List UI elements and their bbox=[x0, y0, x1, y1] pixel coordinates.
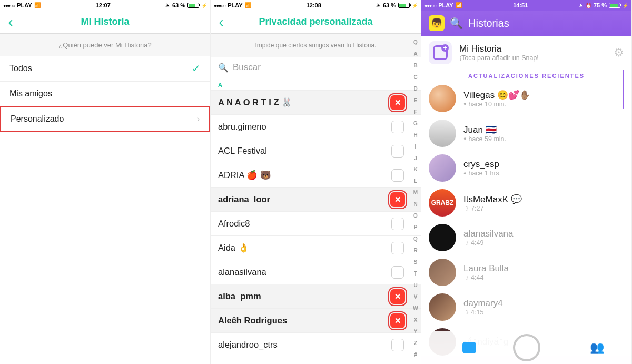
feed-row[interactable]: GRABZItsMeMaxK 💬7:27 bbox=[421, 185, 631, 220]
battery-icon bbox=[398, 3, 410, 8]
friend-row[interactable]: alanasilvana bbox=[211, 260, 421, 284]
friend-row[interactable]: alejandroo_ctrs bbox=[211, 333, 421, 357]
friend-row[interactable]: alba_pmm bbox=[211, 284, 421, 309]
index-char[interactable]: Q bbox=[413, 237, 418, 242]
index-char[interactable]: C bbox=[413, 75, 417, 80]
feed-row[interactable]: daymary44:15 bbox=[421, 290, 631, 324]
search-row[interactable]: 🔍 bbox=[211, 57, 421, 78]
friend-name: ACL Festival bbox=[218, 146, 411, 156]
index-char[interactable]: N bbox=[413, 202, 417, 207]
index-char[interactable]: V bbox=[414, 294, 418, 300]
search-input[interactable] bbox=[233, 62, 413, 73]
friend-row[interactable]: ACL Festival bbox=[211, 139, 421, 163]
moon-indicator-icon bbox=[463, 274, 469, 281]
story-time: ●hace 10 min. bbox=[463, 101, 530, 108]
friend-name: alanasilvana bbox=[463, 229, 514, 239]
avatar bbox=[429, 293, 456, 321]
friend-row[interactable]: Aleêh Rodrigues bbox=[211, 309, 421, 333]
index-char[interactable]: E bbox=[414, 98, 418, 103]
gear-icon[interactable]: ⚙ bbox=[614, 46, 624, 60]
option-custom[interactable]: Personalizado › bbox=[0, 106, 210, 132]
feed-row[interactable]: Laura Bulla4:44 bbox=[421, 255, 631, 290]
index-char[interactable]: X bbox=[414, 318, 418, 323]
location-services-icon bbox=[579, 2, 584, 8]
index-char[interactable]: G bbox=[413, 121, 418, 126]
checkbox-unchecked[interactable] bbox=[391, 339, 404, 351]
friend-row[interactable]: Afrodic8 bbox=[211, 212, 421, 236]
story-time: ●hace 59 min. bbox=[463, 135, 506, 143]
charging-icon bbox=[412, 2, 418, 8]
option-label: Personalizado bbox=[11, 114, 197, 124]
index-char[interactable]: H bbox=[413, 133, 417, 138]
index-char[interactable]: Q bbox=[413, 40, 418, 45]
index-char[interactable]: M bbox=[413, 190, 418, 195]
my-story-row[interactable]: + Mi Historia ¡Toca para añadir un Snap!… bbox=[421, 36, 631, 70]
friend-row[interactable]: ADRIA 🍎 🐻 bbox=[211, 163, 421, 188]
add-friends-icon[interactable]: 👥 bbox=[590, 341, 604, 355]
index-char[interactable]: W bbox=[413, 306, 418, 311]
chat-tab-icon[interactable] bbox=[462, 342, 476, 353]
blocked-icon[interactable] bbox=[390, 192, 405, 207]
section-subheader: Impide que ciertos amigos vean tu Histor… bbox=[211, 34, 421, 57]
option-everyone[interactable]: Todos ✓ bbox=[0, 56, 210, 82]
feed-row[interactable]: Juan 🇨🇷●hace 59 min. bbox=[421, 116, 631, 151]
nav-bar: ‹ Privacidad personalizada bbox=[211, 11, 421, 34]
index-char[interactable]: Y bbox=[414, 329, 418, 335]
moon-indicator-icon bbox=[463, 205, 469, 212]
index-char[interactable]: D bbox=[413, 86, 417, 92]
index-char[interactable]: L bbox=[414, 179, 417, 184]
friend-name: Villegas 😊💕✋🏽 bbox=[463, 90, 530, 101]
friend-name: A N A O R T I Z 🐰 bbox=[218, 97, 411, 107]
friend-name: abru.gimeno bbox=[218, 122, 411, 132]
index-char[interactable]: K bbox=[413, 167, 417, 172]
avatar: GRABZ bbox=[429, 189, 456, 217]
back-button[interactable]: ‹ bbox=[0, 11, 21, 34]
option-label: Mis amigos bbox=[9, 89, 201, 99]
friend-name: alba_pmm bbox=[218, 291, 411, 301]
location-services-icon bbox=[377, 2, 381, 8]
feed-row[interactable]: crys_esp●hace 1 hrs. bbox=[421, 151, 631, 185]
section-letter: A bbox=[211, 78, 421, 91]
wifi-icon bbox=[34, 2, 41, 8]
feed-section-title: ACTUALIZACIONES RECIENTES bbox=[421, 70, 631, 81]
index-char[interactable]: I bbox=[415, 144, 417, 150]
index-char[interactable]: F bbox=[414, 110, 417, 115]
friend-row[interactable]: abru.gimeno bbox=[211, 115, 421, 139]
feed-row[interactable]: alanasilvana4:49 bbox=[421, 220, 631, 255]
index-char[interactable]: # bbox=[414, 352, 417, 358]
friend-row[interactable]: A N A O R T I Z 🐰 bbox=[211, 91, 421, 115]
friend-row[interactable]: Aida 👌 bbox=[211, 236, 421, 260]
blocked-icon[interactable] bbox=[390, 313, 405, 328]
option-my-friends[interactable]: Mis amigos bbox=[0, 82, 210, 107]
alpha-index-bar[interactable]: QABCDEFGHIJKLMNOPQRSTUVWXYZ# bbox=[411, 34, 420, 364]
checkbox-unchecked[interactable] bbox=[391, 169, 404, 182]
index-char[interactable]: S bbox=[414, 260, 418, 265]
index-char[interactable]: Z bbox=[414, 341, 417, 346]
wifi-icon bbox=[456, 2, 462, 8]
checkbox-unchecked[interactable] bbox=[391, 145, 404, 158]
index-char[interactable]: U bbox=[413, 283, 417, 288]
back-button[interactable]: ‹ bbox=[211, 11, 232, 34]
checkbox-unchecked[interactable] bbox=[391, 218, 404, 230]
index-char[interactable]: B bbox=[413, 63, 417, 68]
feed-row[interactable]: Villegas 😊💕✋🏽●hace 10 min. bbox=[421, 81, 631, 116]
index-char[interactable]: O bbox=[413, 213, 418, 219]
index-char[interactable]: A bbox=[413, 52, 417, 57]
index-char[interactable]: R bbox=[413, 248, 417, 253]
friend-row[interactable]: adriana_loor bbox=[211, 188, 421, 212]
index-char[interactable]: T bbox=[414, 271, 417, 277]
blocked-icon[interactable] bbox=[390, 95, 405, 110]
nav-title: Mi Historia bbox=[0, 16, 210, 27]
blocked-icon[interactable] bbox=[390, 289, 405, 304]
stories-header: 👦 🔍 Historias bbox=[421, 11, 631, 36]
bitmoji-avatar[interactable]: 👦 bbox=[429, 15, 445, 31]
search-icon[interactable]: 🔍 bbox=[450, 17, 463, 29]
signal-strength-icon bbox=[3, 2, 15, 8]
capture-button[interactable] bbox=[513, 334, 540, 361]
checkbox-unchecked[interactable] bbox=[391, 242, 404, 254]
checkbox-unchecked[interactable] bbox=[391, 266, 404, 279]
index-char[interactable]: J bbox=[414, 156, 417, 161]
index-char[interactable]: P bbox=[414, 225, 418, 230]
stories-title: Historias bbox=[468, 17, 509, 29]
checkbox-unchecked[interactable] bbox=[391, 121, 404, 133]
